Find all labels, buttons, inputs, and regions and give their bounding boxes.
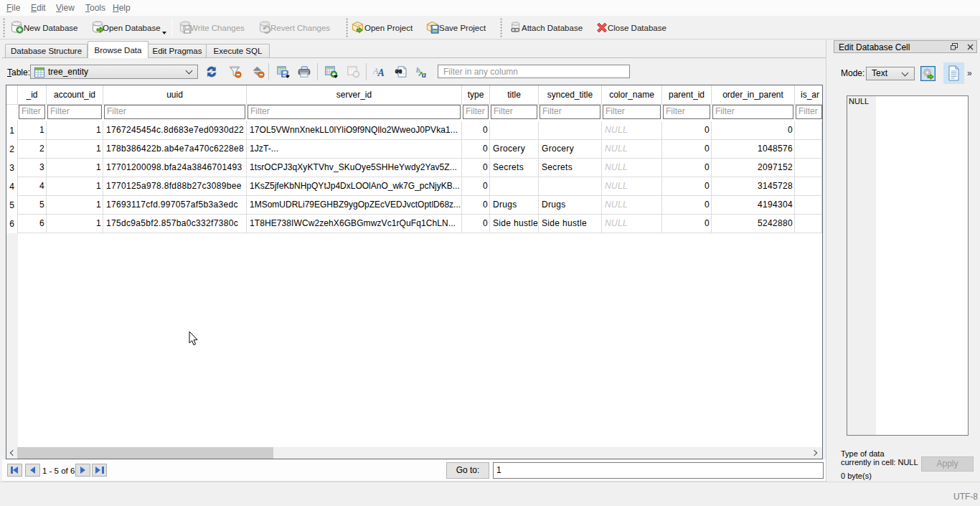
- svg-text:A: A: [377, 67, 385, 78]
